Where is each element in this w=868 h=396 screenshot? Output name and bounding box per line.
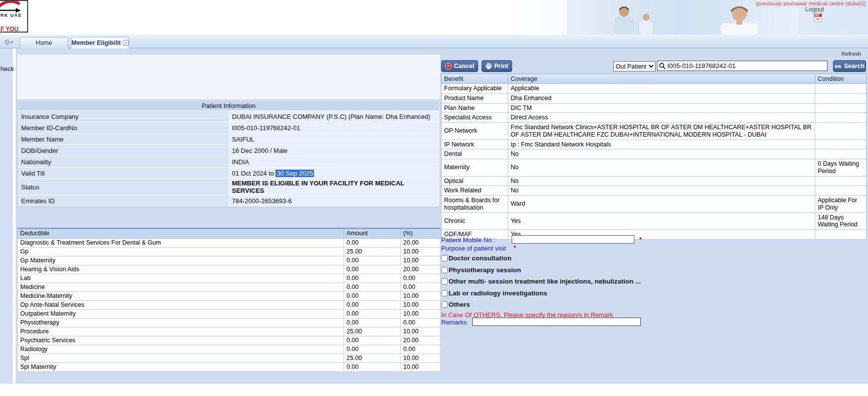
deductible-amount-cell: 0.00 (344, 265, 401, 274)
cancel-button[interactable]: × Cancel (441, 60, 478, 72)
purpose-required-asterisk: * (514, 244, 516, 252)
deductible-row: Op Ante-Natal Services0.0010.00 (18, 300, 441, 309)
deductible-name-cell: Gp (18, 247, 344, 256)
benefit-row: OpticalNo (442, 176, 867, 186)
deductible-header-row: Deductible Amount (%) (18, 228, 441, 238)
deductible-name-cell: Physiotherapy (18, 318, 344, 327)
visit-option-checkbox[interactable] (441, 290, 448, 296)
deductible-amount-cell: 0.00 (344, 362, 401, 371)
benefit-condition-cell (815, 123, 867, 140)
benefit-row: Work RelatedNo (442, 186, 867, 196)
patient-info-label: Insurance Company (18, 111, 229, 122)
deductible-amount-cell: 0.00 (344, 300, 401, 309)
benefit-name-cell: Work Related (442, 186, 508, 196)
deductible-name-cell: Gp Maternity (18, 256, 344, 265)
tab-home[interactable]: Home (20, 37, 68, 48)
refresh-link[interactable]: Refresh (841, 51, 861, 57)
tab-home-label: Home (35, 39, 52, 46)
benefit-condition-cell (815, 93, 867, 103)
patient-info-label: Member ID-CardNo (18, 122, 229, 133)
deductible-header-name: Deductible (18, 228, 344, 238)
benefit-coverage-cell: No (508, 176, 815, 186)
settings-menu-button[interactable]: ⚙ ▾ (1, 36, 16, 47)
deductible-header-amount: Amount (344, 228, 401, 238)
deductible-row: Procedure25.0010.00 (18, 327, 441, 336)
patient-panel-top (17, 55, 440, 100)
member-search-input[interactable] (667, 62, 826, 70)
benefit-coverage-cell: No (508, 159, 815, 177)
patient-info-label: Emirates ID (18, 195, 229, 206)
visit-option[interactable]: Other multi- session treatment like inje… (441, 276, 717, 288)
deductible-amount-cell: 25.00 (344, 327, 401, 336)
visit-option[interactable]: Doctor consultation (441, 252, 717, 264)
benefit-coverage-cell: Applicable (508, 84, 815, 94)
mobile-number-input[interactable] (512, 235, 634, 244)
benefit-name-cell: Product Name (442, 93, 508, 103)
logo-text-line1: RK UAE (0, 13, 22, 18)
remarks-input[interactable] (472, 318, 641, 326)
pdf-export-icon[interactable]: PDF (813, 12, 823, 22)
patient-info-label: Member Name (18, 134, 229, 144)
benefit-coverage-cell: Yes (508, 213, 815, 230)
purpose-label: Purpose of patient visit (441, 245, 506, 252)
tab-member-eligibility-label: Member Eligibilit (71, 39, 121, 46)
deductible-pct-cell: 10.00 (401, 247, 441, 256)
tab-close-icon[interactable]: × (123, 40, 129, 46)
deductible-name-cell: Lab (18, 274, 344, 283)
deductible-name-cell: Medicine-Maternity (18, 291, 344, 300)
nav-item-partial-label[interactable]: heck (0, 65, 14, 72)
member-search-box (657, 61, 828, 71)
deductible-pct-cell: 0.00 (401, 345, 441, 354)
deductible-amount-cell: 0.00 (344, 345, 401, 354)
deductible-row: Outpatient Maternity0.0010.00 (18, 309, 441, 318)
deductible-row: Medicine-Maternity0.0010.00 (18, 291, 441, 300)
benefit-name-cell: Formulary Applicable (442, 84, 508, 94)
benefit-coverage-cell: DIC TM (508, 103, 815, 113)
deductible-row: Lab0.000.00 (18, 274, 441, 283)
patient-info-row: Member ID-CardNoI005-010-119768242-01 (18, 122, 439, 133)
benefit-row: MaternityNo0 Days Waiting Period (442, 159, 867, 177)
visit-option-checkbox[interactable] (441, 267, 448, 273)
deductible-name-cell: Radiology (18, 345, 344, 354)
benefit-condition-cell (815, 186, 867, 196)
visit-option-checkbox[interactable] (441, 278, 448, 285)
deductible-name-cell: Diagnostic & Treatment Services For Dent… (18, 238, 344, 247)
visit-option-label: Physiotherapy session (449, 266, 521, 274)
benefit-header-row: Benefit Coverage Condition (442, 74, 867, 84)
cancel-button-label: Cancel (454, 63, 474, 70)
benefit-condition-cell (815, 149, 867, 159)
visit-option-label: Other multi- session treatment like inje… (449, 278, 641, 285)
deductible-header-pct: (%) (401, 228, 441, 238)
benefit-row: IP NetworkIp : Fmc Standard Network Hosp… (442, 140, 867, 149)
deductible-body: Diagnostic & Treatment Services For Dent… (18, 238, 441, 371)
benefit-row: Product NameDha Enhanced (442, 93, 867, 103)
deductible-row: Spl25.0010.00 (18, 354, 441, 362)
magnifier-icon (659, 63, 666, 70)
deductible-name-cell: Psychiatric Services (18, 336, 344, 345)
clinic-logo: RK UAE F YOU (0, 0, 28, 33)
remarks-label: Remarks (441, 319, 467, 326)
deductible-pct-cell: 0.00 (401, 274, 441, 283)
visit-option-checkbox[interactable] (441, 255, 448, 261)
benefit-row: Plan NameDIC TM (442, 103, 867, 113)
deductible-amount-cell: 0.00 (344, 336, 401, 345)
visit-option[interactable]: Lab or radiology investigations (441, 288, 717, 299)
patient-info-value: INDIA (229, 156, 440, 167)
mobile-required-asterisk: * (639, 236, 642, 243)
patient-info-label: Valid Till (18, 168, 229, 179)
benefit-coverage-cell: Fmc Standard Network Clinics+ASTER HOSPI… (508, 123, 815, 140)
patient-type-select[interactable]: Out Patient (613, 61, 656, 72)
search-button[interactable]: Search (833, 60, 866, 72)
benefit-coverage-cell: Ip : Fmc Standard Network Hospitals (508, 140, 815, 149)
patient-info-value: 16 Dec 2000 / Male (229, 145, 440, 156)
tab-member-eligibility[interactable]: Member Eligibilit × (71, 37, 129, 48)
print-button[interactable]: Print (482, 60, 512, 72)
visit-option-label: Doctor consultation (449, 254, 512, 262)
visit-option-checkbox[interactable] (441, 301, 448, 308)
patient-info-value: SAIFUL (229, 134, 440, 144)
chevron-down-icon: ▾ (11, 40, 13, 44)
visit-option[interactable]: Physiotherapy session (441, 264, 717, 276)
visit-option[interactable]: Others (441, 299, 717, 311)
benefit-condition-cell (815, 230, 867, 240)
benefit-row: ChronicYes148 Days Waiting Period (442, 213, 867, 230)
